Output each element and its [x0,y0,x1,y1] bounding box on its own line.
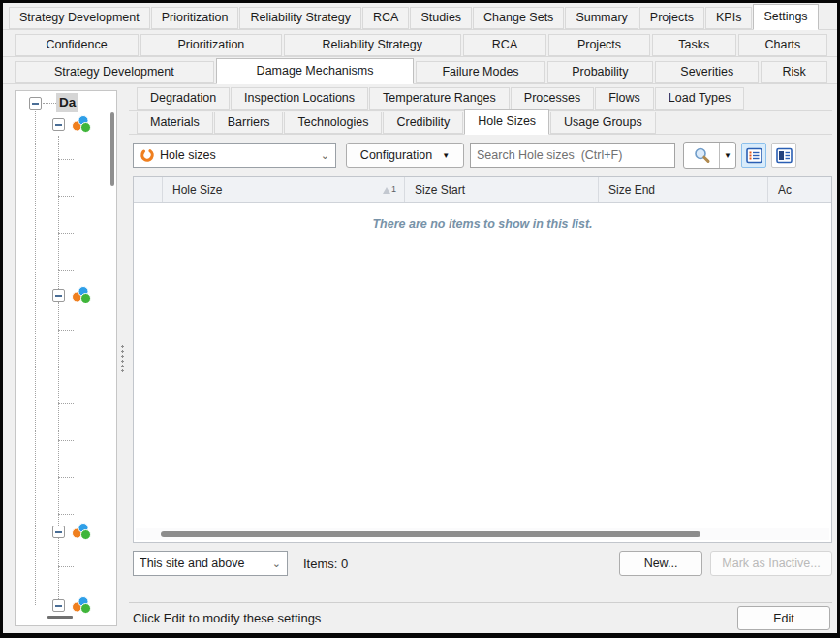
hole-sizes-toolbar: Hole sizes ⌄ Configuration ▼ ▼ [133,142,832,169]
tab-strategy-development[interactable]: Strategy Development [9,7,150,29]
hierarchy-tree-panel: Da [15,90,117,626]
tab-materials[interactable]: Materials [137,112,213,134]
tab-processes[interactable]: Processes [511,87,594,110]
tree-line [58,477,74,478]
tree-vertical-scrollbar[interactable] [110,112,114,186]
tab-failure-modes[interactable]: Failure Modes [416,61,544,83]
tab-settings-rca[interactable]: RCA [463,34,547,56]
column-header-hole-size[interactable]: Hole Size 1 [163,177,405,202]
tab-degradation[interactable]: Degradation [137,87,230,110]
list-footer: This site and above ⌄ Items: 0 New... Ma… [133,550,832,577]
details-view-icon [776,147,793,164]
tab-kpis[interactable]: KPIs [705,7,752,29]
damage-mechanism-node-icon[interactable] [71,523,92,541]
column-header-active[interactable]: Ac [768,177,831,202]
refresh-icon [140,147,155,163]
tree-line [58,330,74,331]
tab-probability[interactable]: Probability [547,61,654,83]
tab-reliability-strategy[interactable]: Reliability Strategy [239,7,361,29]
settings-tab-bar-row2: Strategy Development Damage Mechanisms F… [3,57,837,84]
tree-line [58,566,74,567]
tree-collapse-node-button[interactable] [52,526,65,538]
details-view-button[interactable] [771,143,796,168]
tab-studies[interactable]: Studies [410,7,472,29]
tree-line [58,159,74,160]
tab-hole-sizes[interactable]: Hole Sizes [464,109,549,135]
tab-confidence[interactable]: Confidence [15,34,139,56]
tab-charts[interactable]: Charts [738,34,827,56]
collection-selector-dropdown[interactable]: Hole sizes ⌄ [133,143,336,168]
panel-splitter-handle[interactable] [120,344,125,373]
tree-collapse-node-button[interactable] [52,118,65,131]
settings-tab-bar-row1: Confidence Prioritization Reliability St… [3,30,837,57]
minus-icon [55,531,62,533]
tab-risk[interactable]: Risk [761,61,827,83]
tree-root-node-label[interactable]: Da [56,93,78,112]
tab-flows[interactable]: Flows [595,87,654,110]
tab-settings-projects[interactable]: Projects [548,34,649,56]
tab-summary[interactable]: Summary [565,7,638,29]
tab-change-sets[interactable]: Change Sets [473,7,564,29]
damage-mechanism-node-icon[interactable] [71,115,92,134]
tab-settings-reliability-strategy[interactable]: Reliability Strategy [284,34,461,56]
tab-inspection-locations[interactable]: Inspection Locations [231,87,368,110]
row-selector-column-header[interactable] [134,177,163,202]
search-button[interactable] [684,143,719,168]
list-view-icon [746,147,762,164]
edit-hint-text: Click Edit to modify these settings [133,611,321,625]
main-tab-bar: Strategy Development Prioritization Reli… [3,3,837,30]
tab-usage-groups[interactable]: Usage Groups [550,112,656,134]
tab-temperature-ranges[interactable]: Temperature Ranges [369,87,510,110]
tab-tasks[interactable]: Tasks [652,34,736,56]
dropdown-arrow-icon: ▼ [724,151,731,160]
tab-projects[interactable]: Projects [639,7,704,29]
tab-prioritization[interactable]: Prioritization [151,7,239,29]
scrollbar-thumb[interactable] [161,531,700,537]
column-header-size-start[interactable]: Size Start [405,177,599,202]
mark-as-inactive-button: Mark as Inactive... [710,551,832,576]
configuration-menu-button[interactable]: Configuration ▼ [346,143,464,168]
tab-load-types[interactable]: Load Types [655,87,744,110]
tab-damage-mechanisms[interactable]: Damage Mechanisms [216,58,415,84]
column-label: Hole Size [172,183,222,197]
damage-mechanisms-page: Degradation Inspection Locations Tempera… [129,86,832,633]
minus-icon [32,103,39,105]
new-button[interactable]: New... [619,551,702,576]
tree-collapse-node-button[interactable] [52,599,65,612]
tree-line [35,111,36,605]
scope-selector-value: This site and above [140,557,244,570]
tab-technologies[interactable]: Technologies [284,112,382,134]
tab-barriers[interactable]: Barriers [214,112,284,134]
column-label: Size Start [415,183,465,197]
tab-settings-strategy-development[interactable]: Strategy Development [15,61,214,83]
tab-rca[interactable]: RCA [362,7,409,29]
tree-line [58,440,74,441]
magnifier-icon [693,146,711,165]
tab-settings[interactable]: Settings [753,4,818,30]
application-window: Strategy Development Prioritization Reli… [0,0,840,638]
tab-severities[interactable]: Severities [655,61,759,83]
tab-settings-prioritization[interactable]: Prioritization [140,34,282,56]
tree-collapse-node-button[interactable] [52,289,65,302]
search-split-button: ▼ [683,142,736,169]
list-header: Hole Size 1 Size Start Size End Ac [134,177,831,203]
column-header-size-end[interactable]: Size End [599,177,768,202]
minus-icon [55,605,62,607]
list-horizontal-scrollbar[interactable] [136,528,829,540]
tree-line [58,514,74,515]
sort-ascending-indicator: 1 [383,185,396,194]
list-view-button[interactable] [741,143,766,168]
edit-status-bar: Click Edit to modify these settings Edit [129,602,832,633]
damage-mechanism-node-icon[interactable] [71,596,92,615]
tab-credibility[interactable]: Credibility [383,112,463,134]
edit-button[interactable]: Edit [737,606,830,630]
tree-collapse-root-button[interactable] [29,97,42,110]
search-options-button[interactable]: ▼ [719,143,735,168]
damage-mechanism-node-icon[interactable] [71,286,92,304]
tree-line [58,233,74,234]
column-label: Ac [778,183,792,197]
search-input[interactable] [470,143,675,168]
scope-selector-dropdown[interactable]: This site and above ⌄ [133,551,288,576]
tree-line [58,196,74,197]
tree-horizontal-scrollbar[interactable] [47,616,73,619]
